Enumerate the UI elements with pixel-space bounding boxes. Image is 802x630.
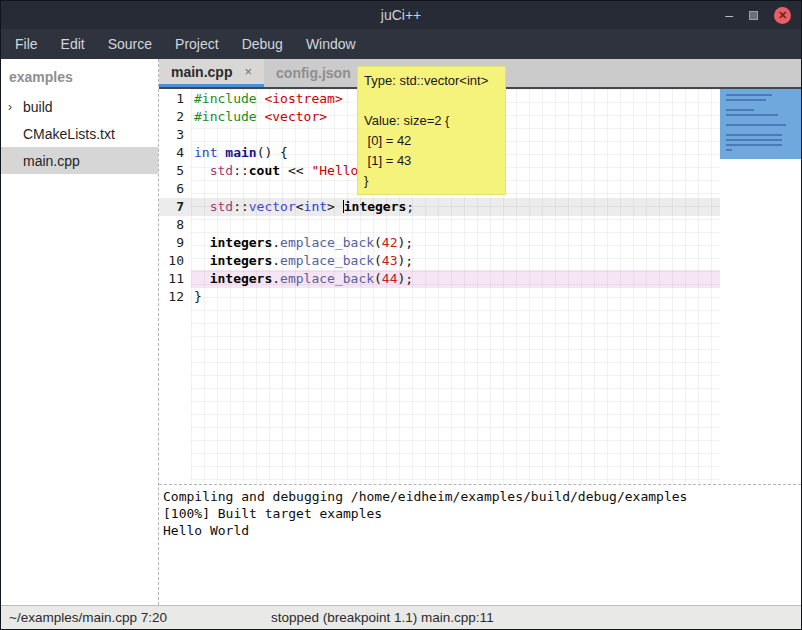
code-token: #include (194, 91, 257, 106)
code-token: ); (398, 235, 414, 250)
tab-main-cpp[interactable]: main.cpp× (159, 59, 264, 87)
code-token: integers (210, 271, 273, 286)
code-line-9[interactable]: 9 integers.emplace_back(42); (159, 234, 721, 252)
tab-close-icon[interactable]: × (244, 64, 252, 79)
line-number[interactable]: 6 (159, 180, 191, 198)
line-number[interactable]: 10 (159, 252, 191, 270)
menu-item-source[interactable]: Source (104, 34, 156, 54)
line-number[interactable]: 8 (159, 216, 191, 234)
code-token (194, 163, 210, 178)
code-token: 44 (382, 271, 398, 286)
line-number[interactable]: 9 (159, 234, 191, 252)
tooltip-line: } (364, 171, 499, 191)
minimap-code-line (726, 124, 786, 126)
menu-item-project[interactable]: Project (171, 34, 223, 54)
restore-icon[interactable] (749, 11, 758, 20)
tree-item-main-cpp[interactable]: main.cpp (1, 147, 158, 174)
code-token (194, 199, 210, 214)
window-title: juCi++ (1, 7, 801, 23)
tree-item-build[interactable]: ›build (1, 93, 158, 120)
code-line-text: integers.emplace_back(42); (191, 234, 721, 252)
line-number[interactable]: 4 (159, 144, 191, 162)
minimap-code-line (726, 139, 782, 141)
minimap-code-line (726, 94, 772, 96)
code-token: emplace_back (280, 253, 374, 268)
line-number[interactable]: 5 (159, 162, 191, 180)
code-token: () { (257, 145, 288, 160)
tooltip-line: [0] = 42 (364, 131, 499, 151)
tab-label: main.cpp (171, 64, 232, 80)
code-token: std (210, 199, 233, 214)
menu-item-edit[interactable]: Edit (57, 34, 89, 54)
code-token: integers (210, 235, 273, 250)
terminal-line: [100%] Built target examples (163, 505, 801, 522)
menu-item-debug[interactable]: Debug (238, 34, 287, 54)
chevron-right-icon[interactable]: › (8, 100, 12, 114)
line-number[interactable]: 11 (159, 270, 191, 288)
minimap[interactable] (720, 89, 801, 484)
debug-value-tooltip: Type: std::vector<int> Value: size=2 { [… (357, 66, 506, 195)
code-token: < (296, 199, 304, 214)
minimap-code-line (726, 144, 782, 146)
code-line-text: std::vector<int> integers; (191, 198, 721, 216)
tree-item-label: main.cpp (23, 153, 80, 169)
line-number[interactable]: 7 (159, 198, 191, 216)
code-token: ); (398, 271, 414, 286)
code-line-8[interactable]: 8 (159, 216, 721, 234)
code-token: ( (374, 271, 382, 286)
line-number[interactable]: 12 (159, 288, 191, 306)
line-number[interactable]: 2 (159, 108, 191, 126)
code-token: ); (398, 253, 414, 268)
status-file-position: ~/examples/main.cpp 7:20 (1, 610, 167, 625)
tooltip-line: Type: std::vector<int> (364, 71, 499, 91)
code-token (194, 235, 210, 250)
code-line-text: } (191, 288, 721, 306)
terminal-output[interactable]: Compiling and debugging /home/eidheim/ex… (159, 485, 801, 605)
code-token (194, 271, 210, 286)
code-line-12[interactable]: 12} (159, 288, 721, 306)
minimap-slider[interactable] (720, 89, 801, 159)
code-line-text: integers.emplace_back(44); (191, 270, 721, 288)
status-debug-state: stopped (breakpoint 1.1) main.cpp:11 (271, 610, 494, 625)
code-token: ; (406, 199, 414, 214)
statusbar: ~/examples/main.cpp 7:20 stopped (breakp… (1, 605, 801, 629)
menu-item-file[interactable]: File (11, 34, 42, 54)
titlebar[interactable]: juCi++ – ✕ (1, 1, 801, 29)
tree-item-label: build (23, 99, 53, 115)
code-line-10[interactable]: 10 integers.emplace_back(43); (159, 252, 721, 270)
code-token: int (304, 199, 327, 214)
terminal-line: Hello World (163, 522, 801, 539)
code-token: ( (374, 235, 382, 250)
code-token: ( (374, 253, 382, 268)
minimap-code-line (726, 134, 782, 136)
minimize-icon[interactable]: – (725, 10, 733, 20)
code-token: std (210, 163, 233, 178)
code-token: . (272, 271, 280, 286)
code-token: 43 (382, 253, 398, 268)
line-number[interactable]: 1 (159, 90, 191, 108)
menu-item-window[interactable]: Window (302, 34, 360, 54)
code-line-text: integers.emplace_back(43); (191, 252, 721, 270)
close-icon[interactable]: ✕ (774, 7, 791, 24)
minimap-code-line (726, 114, 778, 116)
code-token: > (327, 199, 343, 214)
code-token: emplace_back (280, 271, 374, 286)
tree-item-cmakelists-txt[interactable]: CMakeLists.txt (1, 120, 158, 147)
code-token: integers (210, 253, 273, 268)
code-line-7[interactable]: 7 std::vector<int> integers; (159, 198, 721, 216)
line-number[interactable]: 3 (159, 126, 191, 144)
code-token: } (194, 289, 202, 304)
code-token: :: (233, 199, 249, 214)
window-controls: – ✕ (725, 1, 791, 29)
menubar: FileEditSourceProjectDebugWindow (1, 29, 801, 59)
code-token: :: (233, 163, 249, 178)
code-token: 42 (382, 235, 398, 250)
tab-config-json[interactable]: config.json (264, 59, 363, 87)
code-token: <vector> (264, 109, 327, 124)
code-token (194, 253, 210, 268)
tooltip-line: Value: size=2 { (364, 111, 499, 131)
code-token: cout (249, 163, 280, 178)
code-token: integers (344, 199, 407, 214)
code-token: . (272, 253, 280, 268)
code-line-11[interactable]: 11 integers.emplace_back(44); (159, 270, 721, 288)
